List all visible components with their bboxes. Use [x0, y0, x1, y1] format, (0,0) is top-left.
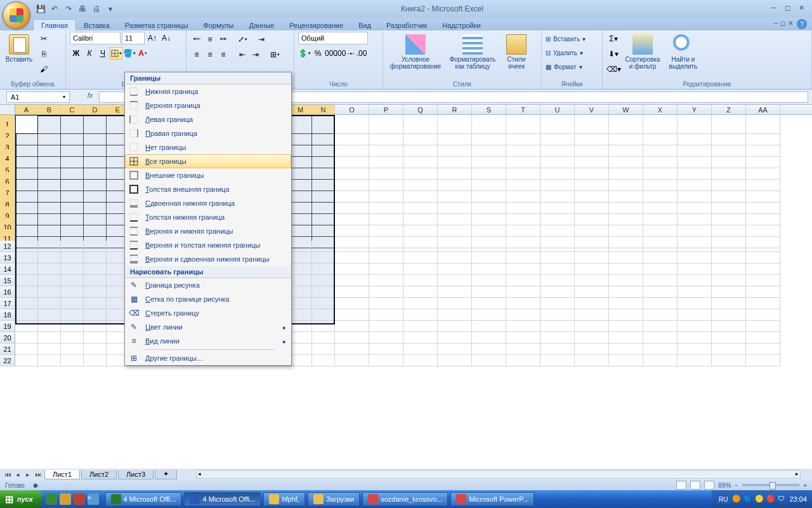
fill-button[interactable]: ⬇▾ [606, 47, 620, 61]
cell[interactable] [540, 321, 575, 332]
cell[interactable] [712, 264, 746, 275]
taskbar-button-3[interactable]: Загрузки [308, 492, 360, 506]
cell[interactable] [84, 298, 107, 309]
cell[interactable] [369, 286, 403, 298]
cell[interactable] [403, 298, 438, 309]
cell[interactable] [678, 298, 712, 309]
qat-customize[interactable]: ▾ [104, 3, 117, 15]
cells-delete[interactable]: ⊟ Удалить ▾ [546, 46, 583, 60]
cell[interactable] [312, 252, 335, 264]
clock[interactable]: 23:04 [789, 495, 807, 503]
cell[interactable] [38, 241, 61, 252]
taskbar-button-4[interactable]: sozdanie_krossvo... [362, 492, 448, 506]
row-header-16[interactable]: 16 [0, 286, 15, 298]
cell[interactable] [438, 275, 472, 286]
cell[interactable] [403, 275, 438, 286]
wb-restore[interactable]: ◻ [780, 20, 785, 27]
cell[interactable] [643, 264, 678, 275]
border-menu-right[interactable]: Правая граница [125, 126, 291, 140]
cell[interactable] [746, 275, 780, 286]
ql-4[interactable]: » [88, 493, 99, 505]
cells-insert[interactable]: ⊞ Вставить ▾ [546, 32, 586, 46]
cells-format[interactable]: ▦ Формат ▾ [546, 60, 582, 74]
cell[interactable] [575, 252, 609, 264]
border-menu-topdbl[interactable]: Верхняя и сдвоенная нижняя границы [125, 252, 291, 266]
italic-button[interactable]: К [83, 47, 96, 60]
sheet-tab-0[interactable]: Лист1 [44, 470, 80, 479]
cell[interactable] [746, 252, 780, 264]
cell[interactable] [609, 355, 643, 366]
taskbar-button-5[interactable]: Microsoft PowerP... [450, 492, 534, 506]
ql-3[interactable] [74, 493, 85, 505]
cell[interactable] [312, 275, 335, 286]
sheet-tab-1[interactable]: Лист2 [81, 470, 117, 479]
col-header-N[interactable]: N [312, 105, 335, 114]
cell[interactable] [712, 344, 746, 355]
col-header-V[interactable]: V [575, 105, 609, 114]
cell[interactable] [678, 355, 712, 366]
qat-print[interactable]: 🖨 [90, 3, 103, 15]
row-header-18[interactable]: 18 [0, 309, 15, 321]
row-header-12[interactable]: 12 [0, 241, 15, 252]
col-header-P[interactable]: P [369, 105, 403, 114]
cell[interactable] [540, 309, 575, 321]
cell[interactable] [609, 286, 643, 298]
cell[interactable] [61, 344, 84, 355]
cut-button[interactable]: ✂ [37, 32, 51, 46]
percent-button[interactable]: % [311, 47, 324, 60]
cell[interactable] [335, 298, 369, 309]
cell[interactable] [472, 264, 506, 275]
col-header-A[interactable]: A [15, 105, 38, 114]
cell[interactable] [61, 355, 84, 366]
border-menu-draw[interactable]: ✎Граница рисунка [125, 278, 291, 292]
cell[interactable] [335, 355, 369, 366]
cell[interactable] [540, 264, 575, 275]
cell[interactable] [61, 264, 84, 275]
cell[interactable] [335, 286, 369, 298]
conditional-fmt-button[interactable]: Условное форматирование [387, 32, 444, 70]
cell[interactable] [678, 264, 712, 275]
border-menu-erase[interactable]: ⌫Стереть границу [125, 306, 291, 320]
cell[interactable] [38, 286, 61, 298]
cell[interactable] [403, 355, 438, 366]
row-header-14[interactable]: 14 [0, 264, 15, 275]
cell[interactable] [712, 286, 746, 298]
col-header-C[interactable]: C [61, 105, 84, 114]
row-header-17[interactable]: 17 [0, 298, 15, 309]
col-header-AA[interactable]: AA [746, 105, 780, 114]
cell[interactable] [540, 286, 575, 298]
tray-icon-1[interactable]: 🟠 [732, 495, 741, 504]
cell[interactable] [369, 355, 403, 366]
tray-icon-5[interactable]: 🛡 [778, 495, 787, 504]
cell[interactable] [540, 332, 575, 344]
cell[interactable] [335, 275, 369, 286]
border-menu-dblbottom[interactable]: Сдвоенная нижняя граница [125, 196, 291, 210]
cell[interactable] [438, 309, 472, 321]
row-header-19[interactable]: 19 [0, 321, 15, 332]
zoom-value[interactable]: 89% [718, 482, 731, 489]
cell[interactable] [472, 321, 506, 332]
view-pagebreak[interactable] [704, 481, 714, 490]
minimize-button[interactable]: ─ [768, 4, 779, 14]
cell[interactable] [746, 298, 780, 309]
cell[interactable] [84, 275, 107, 286]
cell[interactable] [15, 286, 38, 298]
cell[interactable] [15, 332, 38, 344]
cell[interactable] [609, 332, 643, 344]
cell[interactable] [289, 309, 312, 321]
start-button[interactable]: пуск [0, 490, 42, 508]
cell[interactable] [61, 252, 84, 264]
cell[interactable] [609, 241, 643, 252]
cell[interactable] [61, 332, 84, 344]
cell[interactable] [38, 252, 61, 264]
cell[interactable] [84, 264, 107, 275]
cell[interactable] [369, 321, 403, 332]
border-menu-drawgrid[interactable]: ▦Сетка по границе рисунка [125, 292, 291, 306]
cell[interactable] [438, 332, 472, 344]
cell[interactable] [369, 309, 403, 321]
cell[interactable] [643, 275, 678, 286]
row-header-21[interactable]: 21 [0, 344, 15, 355]
cell[interactable] [369, 344, 403, 355]
border-menu-all[interactable]: Все границы [125, 154, 291, 168]
close-button[interactable]: ✕ [796, 4, 807, 14]
